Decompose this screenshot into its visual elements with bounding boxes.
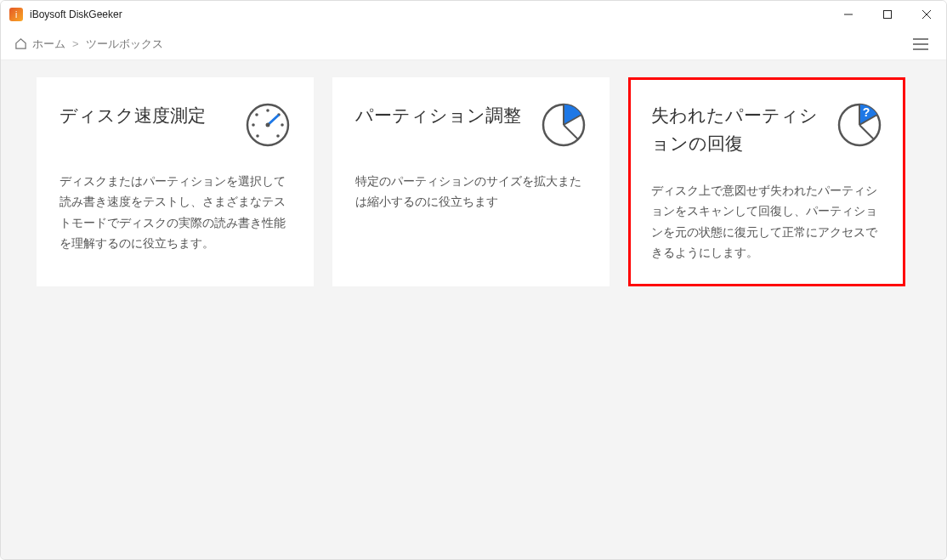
breadcrumb: ホーム > ツールボックス [1, 28, 946, 60]
card-title: ディスク速度測定 [60, 102, 206, 130]
svg-point-12 [281, 123, 284, 127]
svg-point-13 [256, 134, 259, 138]
breadcrumb-separator: > [72, 37, 79, 50]
pie-icon [541, 102, 587, 148]
svg-line-20 [564, 125, 578, 139]
card-disk-speed[interactable]: ディスク速度測定 ディスクまたはパ [37, 77, 314, 286]
svg-point-16 [266, 123, 270, 127]
pie-question-icon: ? [836, 102, 882, 148]
app-icon: i [9, 8, 23, 21]
card-partition-adjust[interactable]: パーティション調整 特定のパーティションのサイズを拡大または縮小するのに役立ちま… [332, 77, 610, 286]
card-title: パーティション調整 [355, 102, 521, 130]
window-titlebar: i iBoysoft DiskGeeker [1, 1, 946, 28]
menu-button[interactable] [909, 32, 933, 56]
card-description: ディスク上で意図せず失われたパーティションをスキャンして回復し、パーティションを… [651, 181, 882, 263]
gauge-icon [245, 102, 291, 148]
content-area: ディスク速度測定 ディスクまたはパ [1, 60, 946, 559]
home-icon [14, 37, 27, 50]
svg-point-14 [276, 134, 280, 138]
breadcrumb-current: ツールボックス [86, 37, 163, 52]
svg-rect-1 [884, 11, 892, 19]
svg-point-9 [255, 113, 258, 116]
svg-point-11 [252, 123, 255, 127]
maximize-button[interactable] [868, 1, 907, 28]
card-description: 特定のパーティションのサイズを拡大または縮小するのに役立ちます [355, 172, 587, 213]
svg-text:?: ? [863, 105, 870, 119]
breadcrumb-home[interactable]: ホーム [32, 37, 65, 52]
svg-line-25 [859, 125, 874, 139]
close-button[interactable] [907, 1, 946, 28]
window-title: iBoysoft DiskGeeker [30, 8, 122, 20]
card-title: 失われたパーティションの回復 [651, 102, 830, 157]
svg-point-8 [266, 109, 269, 112]
minimize-button[interactable] [829, 1, 868, 28]
card-lost-partition-recovery[interactable]: 失われたパーティションの回復 ? ディスク上で意図せず失われたパーティションをス… [628, 77, 905, 286]
cards-row: ディスク速度測定 ディスクまたはパ [37, 77, 910, 286]
card-description: ディスクまたはパーティションを選択して読み書き速度をテストし、さまざまなテストモ… [60, 172, 291, 254]
